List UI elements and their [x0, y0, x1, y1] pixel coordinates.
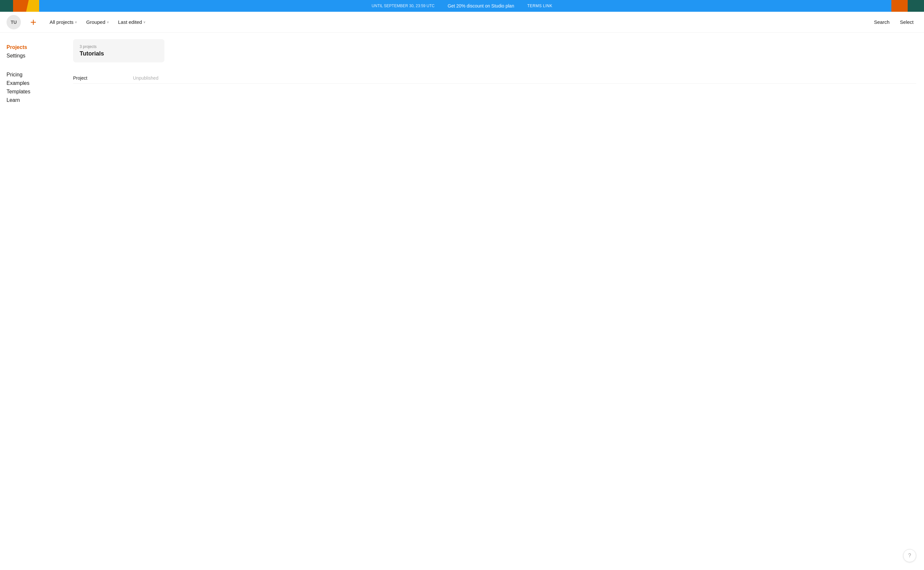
search-button[interactable]: Search	[870, 17, 893, 27]
plus-icon: +	[31, 17, 37, 28]
sidebar-item-projects[interactable]: Projects	[6, 43, 59, 52]
layout: Projects Settings Pricing Examples Templ…	[0, 33, 924, 570]
sidebar-primary-group: Projects Settings	[6, 43, 59, 60]
avatar: TU	[6, 15, 21, 29]
deco-orange-right	[891, 0, 911, 12]
header: TU + All projects ∨ Grouped ∨ Last edite…	[0, 12, 924, 33]
deco-yellow-right	[891, 0, 898, 12]
project-col-label: Project	[73, 75, 87, 81]
last-edited-button[interactable]: Last edited ∨	[114, 17, 150, 27]
last-edited-label: Last edited	[118, 19, 142, 25]
header-actions: Search Select	[870, 17, 918, 27]
grouped-button[interactable]: Grouped ∨	[82, 17, 113, 27]
tutorials-group-card[interactable]: 3 projects Tutorials	[73, 39, 165, 62]
project-list-header: Project Unpublished	[73, 73, 916, 84]
deco-teal-left	[0, 0, 16, 12]
all-projects-chevron: ∨	[75, 20, 77, 24]
header-nav: All projects ∨ Grouped ∨ Last edited ∨	[46, 17, 865, 27]
sidebar-item-examples[interactable]: Examples	[6, 79, 59, 87]
top-banner: UNTIL SEPTEMBER 30, 23:59 UTC Get 20% di…	[0, 0, 924, 12]
deco-orange-left	[13, 0, 33, 12]
banner-until-text: UNTIL SEPTEMBER 30, 23:59 UTC	[372, 4, 435, 8]
sidebar: Projects Settings Pricing Examples Templ…	[0, 33, 65, 570]
main-content: 3 projects Tutorials Project Unpublished	[65, 33, 924, 570]
grouped-chevron: ∨	[107, 20, 109, 24]
banner-terms-link[interactable]: TERMS LINK	[527, 4, 552, 8]
project-list-area: Project Unpublished	[73, 73, 916, 84]
deco-teal-right	[908, 0, 924, 12]
unpublished-status: Unpublished	[133, 75, 159, 81]
deco-yellow-left	[26, 0, 39, 12]
all-projects-label: All projects	[50, 19, 73, 25]
sidebar-item-learn[interactable]: Learn	[6, 96, 59, 104]
grouped-label: Grouped	[86, 19, 105, 25]
group-name: Tutorials	[79, 50, 158, 57]
select-button[interactable]: Select	[896, 17, 918, 27]
sidebar-spacer	[6, 64, 59, 69]
group-count: 3 projects	[79, 44, 158, 49]
banner-main-text: Get 20% discount on Studio plan	[447, 3, 514, 9]
new-project-button[interactable]: +	[26, 15, 40, 29]
banner-deco-left	[0, 0, 39, 12]
sidebar-links-group: Pricing Examples Templates Learn	[6, 70, 59, 104]
help-button[interactable]: ?	[903, 549, 916, 562]
sidebar-item-pricing[interactable]: Pricing	[6, 70, 59, 79]
sidebar-item-settings[interactable]: Settings	[6, 52, 59, 60]
last-edited-chevron: ∨	[143, 20, 145, 24]
all-projects-button[interactable]: All projects ∨	[46, 17, 81, 27]
banner-deco-right	[885, 0, 924, 12]
sidebar-item-templates[interactable]: Templates	[6, 87, 59, 96]
